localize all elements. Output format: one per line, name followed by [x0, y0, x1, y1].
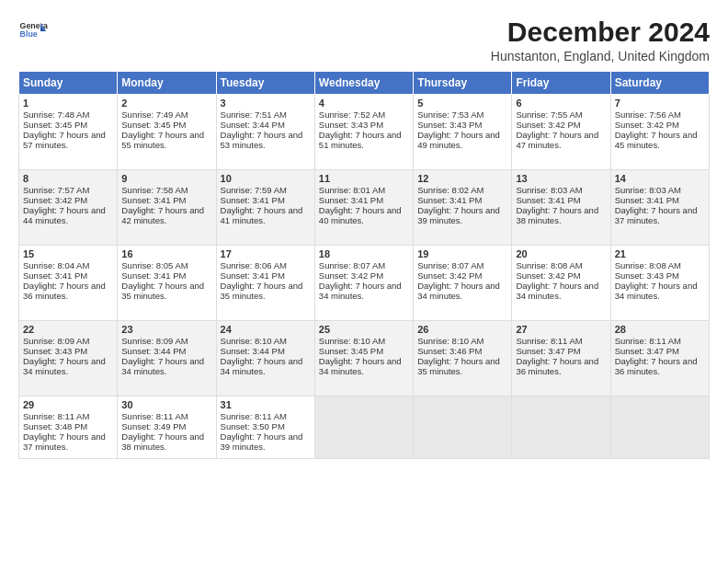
sunset: Sunset: 3:44 PM	[221, 120, 285, 130]
daylight: Daylight: 7 hours and 34 minutes.	[319, 356, 402, 376]
day-number: 3	[221, 98, 311, 109]
sunset: Sunset: 3:43 PM	[615, 270, 679, 281]
daylight: Daylight: 7 hours and 37 minutes.	[615, 205, 698, 225]
sunset: Sunset: 3:41 PM	[23, 270, 87, 281]
daylight: Daylight: 7 hours and 36 minutes.	[23, 281, 106, 301]
calendar-cell: 18Sunrise: 8:07 AMSunset: 3:42 PMDayligh…	[314, 246, 413, 321]
day-number: 8	[23, 173, 113, 184]
calendar-cell: 30Sunrise: 8:11 AMSunset: 3:49 PMDayligh…	[118, 396, 216, 459]
daylight: Daylight: 7 hours and 47 minutes.	[516, 130, 598, 150]
daylight: Daylight: 7 hours and 35 minutes.	[221, 281, 303, 301]
sunrise: Sunrise: 7:52 AM	[319, 109, 385, 120]
day-number: 24	[221, 324, 311, 335]
sunrise: Sunrise: 8:09 AM	[121, 336, 188, 346]
logo: General Blue	[18, 17, 48, 46]
day-number: 11	[319, 173, 409, 184]
day-number: 12	[417, 173, 507, 184]
day-number: 29	[23, 399, 113, 410]
sunrise: Sunrise: 8:04 AM	[23, 260, 89, 270]
day-number: 22	[23, 324, 113, 335]
calendar-cell: 11Sunrise: 8:01 AMSunset: 3:41 PMDayligh…	[314, 170, 413, 246]
daylight: Daylight: 7 hours and 35 minutes.	[417, 356, 500, 376]
sunset: Sunset: 3:47 PM	[615, 346, 679, 356]
week-row-5: 29Sunrise: 8:11 AMSunset: 3:48 PMDayligh…	[19, 396, 710, 459]
sunset: Sunset: 3:41 PM	[121, 270, 186, 281]
daylight: Daylight: 7 hours and 38 minutes.	[121, 431, 204, 452]
title-block: December 2024 Hunstanton, England, Unite…	[491, 17, 710, 63]
calendar-cell: 24Sunrise: 8:10 AMSunset: 3:44 PMDayligh…	[216, 321, 314, 396]
sunset: Sunset: 3:41 PM	[417, 195, 482, 205]
day-number: 4	[319, 98, 409, 109]
calendar-cell: 27Sunrise: 8:11 AMSunset: 3:47 PMDayligh…	[512, 321, 610, 396]
calendar-cell	[414, 396, 512, 459]
sunset: Sunset: 3:45 PM	[23, 120, 87, 130]
sunset: Sunset: 3:41 PM	[516, 195, 580, 205]
calendar-cell: 31Sunrise: 8:11 AMSunset: 3:50 PMDayligh…	[216, 396, 314, 459]
daylight: Daylight: 7 hours and 34 minutes.	[221, 356, 303, 376]
day-number: 20	[516, 248, 606, 259]
day-number: 15	[23, 248, 113, 259]
weekday-header-row: SundayMondayTuesdayWednesdayThursdayFrid…	[19, 72, 710, 95]
daylight: Daylight: 7 hours and 34 minutes.	[615, 281, 698, 301]
sunset: Sunset: 3:42 PM	[319, 270, 383, 281]
sunset: Sunset: 3:41 PM	[615, 195, 679, 205]
svg-text:Blue: Blue	[20, 29, 38, 39]
daylight: Daylight: 7 hours and 36 minutes.	[516, 356, 598, 376]
subtitle: Hunstanton, England, United Kingdom	[491, 49, 710, 63]
daylight: Daylight: 7 hours and 37 minutes.	[23, 431, 106, 452]
day-number: 17	[221, 248, 311, 259]
calendar-cell: 14Sunrise: 8:03 AMSunset: 3:41 PMDayligh…	[610, 170, 709, 246]
sunset: Sunset: 3:44 PM	[121, 346, 186, 356]
sunrise: Sunrise: 7:55 AM	[516, 109, 582, 120]
sunrise: Sunrise: 8:10 AM	[417, 336, 483, 346]
sunrise: Sunrise: 8:11 AM	[615, 336, 681, 346]
sunrise: Sunrise: 7:51 AM	[221, 109, 287, 120]
sunset: Sunset: 3:45 PM	[319, 346, 383, 356]
daylight: Daylight: 7 hours and 34 minutes.	[121, 356, 204, 376]
calendar-cell: 21Sunrise: 8:08 AMSunset: 3:43 PMDayligh…	[610, 246, 709, 321]
day-number: 19	[417, 248, 507, 259]
sunset: Sunset: 3:42 PM	[516, 270, 580, 281]
sunrise: Sunrise: 8:10 AM	[221, 336, 287, 346]
calendar-cell: 13Sunrise: 8:03 AMSunset: 3:41 PMDayligh…	[512, 170, 610, 246]
sunrise: Sunrise: 8:08 AM	[615, 260, 681, 270]
sunset: Sunset: 3:42 PM	[23, 195, 87, 205]
weekday-header-thursday: Thursday	[414, 72, 512, 95]
daylight: Daylight: 7 hours and 51 minutes.	[319, 130, 402, 150]
sunset: Sunset: 3:48 PM	[23, 421, 87, 431]
sunset: Sunset: 3:41 PM	[221, 270, 285, 281]
day-number: 25	[319, 324, 409, 335]
sunset: Sunset: 3:43 PM	[23, 346, 87, 356]
daylight: Daylight: 7 hours and 53 minutes.	[221, 130, 303, 150]
sunset: Sunset: 3:41 PM	[221, 195, 285, 205]
sunset: Sunset: 3:45 PM	[121, 120, 186, 130]
calendar-cell	[512, 396, 610, 459]
sunrise: Sunrise: 8:06 AM	[221, 260, 287, 270]
sunrise: Sunrise: 8:10 AM	[319, 336, 385, 346]
day-number: 28	[615, 324, 705, 335]
daylight: Daylight: 7 hours and 45 minutes.	[615, 130, 698, 150]
calendar-cell: 9Sunrise: 7:58 AMSunset: 3:41 PMDaylight…	[118, 170, 216, 246]
sunset: Sunset: 3:41 PM	[319, 195, 383, 205]
weekday-header-monday: Monday	[118, 72, 216, 95]
calendar-cell: 8Sunrise: 7:57 AMSunset: 3:42 PMDaylight…	[19, 170, 118, 246]
calendar-cell: 19Sunrise: 8:07 AMSunset: 3:42 PMDayligh…	[414, 246, 512, 321]
day-number: 1	[23, 98, 113, 109]
calendar-cell: 7Sunrise: 7:56 AMSunset: 3:42 PMDaylight…	[610, 95, 709, 170]
daylight: Daylight: 7 hours and 39 minutes.	[221, 431, 303, 452]
sunset: Sunset: 3:49 PM	[121, 421, 186, 431]
day-number: 13	[516, 173, 606, 184]
day-number: 10	[221, 173, 311, 184]
daylight: Daylight: 7 hours and 34 minutes.	[319, 281, 402, 301]
day-number: 16	[121, 248, 211, 259]
sunset: Sunset: 3:41 PM	[121, 195, 186, 205]
daylight: Daylight: 7 hours and 34 minutes.	[23, 356, 106, 376]
calendar-cell: 28Sunrise: 8:11 AMSunset: 3:47 PMDayligh…	[610, 321, 709, 396]
sunrise: Sunrise: 7:49 AM	[121, 109, 188, 120]
daylight: Daylight: 7 hours and 35 minutes.	[121, 281, 204, 301]
sunrise: Sunrise: 7:53 AM	[417, 109, 483, 120]
sunrise: Sunrise: 8:08 AM	[516, 260, 582, 270]
day-number: 14	[615, 173, 705, 184]
week-row-4: 22Sunrise: 8:09 AMSunset: 3:43 PMDayligh…	[19, 321, 710, 396]
sunrise: Sunrise: 8:01 AM	[319, 185, 385, 195]
